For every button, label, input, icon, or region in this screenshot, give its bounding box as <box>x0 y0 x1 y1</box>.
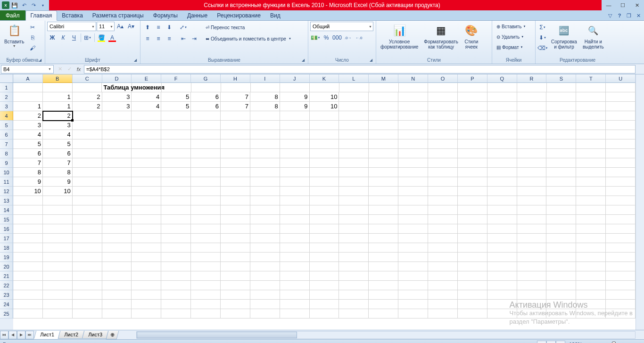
cell-J25[interactable] <box>280 309 310 318</box>
cell-U5[interactable] <box>606 121 636 130</box>
row-header-17[interactable]: 17 <box>0 234 13 243</box>
cell-N23[interactable] <box>398 290 428 300</box>
cell-J8[interactable] <box>280 149 310 158</box>
cell-E2[interactable]: 4 <box>132 92 161 102</box>
cell-U18[interactable] <box>606 243 636 253</box>
cell-I8[interactable] <box>250 149 280 158</box>
cell-K3[interactable]: 10 <box>310 102 339 111</box>
cell-R14[interactable] <box>517 205 547 215</box>
cell-I17[interactable] <box>250 234 280 243</box>
cell-E17[interactable] <box>132 234 161 243</box>
cell-I7[interactable] <box>250 139 280 149</box>
cell-J11[interactable] <box>280 177 310 187</box>
col-header-Q[interactable]: Q <box>487 74 517 83</box>
cell-S2[interactable] <box>546 92 576 102</box>
cell-Q20[interactable] <box>487 262 517 271</box>
cell-Q15[interactable] <box>487 215 517 224</box>
cell-L18[interactable] <box>339 243 369 253</box>
cell-P24[interactable] <box>458 300 487 309</box>
cell-O4[interactable] <box>428 111 458 121</box>
cell-C18[interactable] <box>73 243 102 253</box>
cell-P22[interactable] <box>458 281 487 290</box>
cell-R6[interactable] <box>517 130 547 139</box>
cell-L8[interactable] <box>339 149 369 158</box>
cell-T16[interactable] <box>576 224 606 234</box>
cell-J21[interactable] <box>280 271 310 281</box>
cell-K21[interactable] <box>310 271 339 281</box>
col-header-E[interactable]: E <box>132 74 161 83</box>
cell-L7[interactable] <box>339 139 369 149</box>
underline-button[interactable]: Ч <box>69 33 79 42</box>
cell-E23[interactable] <box>132 290 161 300</box>
tab-формулы[interactable]: Формулы <box>149 10 182 20</box>
cell-Q2[interactable] <box>487 92 517 102</box>
cell-U22[interactable] <box>606 281 636 290</box>
cell-O6[interactable] <box>428 130 458 139</box>
cell-T21[interactable] <box>576 271 606 281</box>
cell-M7[interactable] <box>369 139 398 149</box>
cell-G24[interactable] <box>191 300 221 309</box>
cell-T17[interactable] <box>576 234 606 243</box>
col-header-S[interactable]: S <box>546 74 576 83</box>
cell-G10[interactable] <box>191 168 221 177</box>
cell-L19[interactable] <box>339 253 369 262</box>
cell-E11[interactable] <box>132 177 161 187</box>
cell-M12[interactable] <box>369 187 398 196</box>
cell-B21[interactable] <box>43 271 73 281</box>
align-bottom-icon[interactable]: ⬇ <box>164 23 174 32</box>
cell-G13[interactable] <box>191 196 221 205</box>
cell-F21[interactable] <box>161 271 191 281</box>
font-color-icon[interactable]: A <box>107 33 117 42</box>
cell-S5[interactable] <box>546 121 576 130</box>
cell-T15[interactable] <box>576 215 606 224</box>
cell-Q25[interactable] <box>487 309 517 318</box>
sort-filter-button[interactable]: 🔤Сортировка и фильтр <box>549 22 579 51</box>
cell-B16[interactable] <box>43 224 73 234</box>
cell-O1[interactable] <box>428 83 458 92</box>
cell-O24[interactable] <box>428 300 458 309</box>
cell-O3[interactable] <box>428 102 458 111</box>
cell-H21[interactable] <box>221 271 250 281</box>
cell-Q24[interactable] <box>487 300 517 309</box>
cell-B11[interactable]: 9 <box>43 177 73 187</box>
cell-I4[interactable] <box>250 111 280 121</box>
cell-J19[interactable] <box>280 253 310 262</box>
cell-P3[interactable] <box>458 102 487 111</box>
cell-N10[interactable] <box>398 168 428 177</box>
cell-J14[interactable] <box>280 205 310 215</box>
grow-font-icon[interactable]: A▴ <box>115 22 125 31</box>
cell-N15[interactable] <box>398 215 428 224</box>
cell-D13[interactable] <box>102 196 132 205</box>
cell-G6[interactable] <box>191 130 221 139</box>
cell-Q5[interactable] <box>487 121 517 130</box>
col-header-R[interactable]: R <box>517 74 547 83</box>
cell-I22[interactable] <box>250 281 280 290</box>
cell-F7[interactable] <box>161 139 191 149</box>
cell-H9[interactable] <box>221 158 250 168</box>
cell-I9[interactable] <box>250 158 280 168</box>
cell-J24[interactable] <box>280 300 310 309</box>
cell-N22[interactable] <box>398 281 428 290</box>
cell-N4[interactable] <box>398 111 428 121</box>
cell-A1[interactable] <box>13 83 43 92</box>
cell-H13[interactable] <box>221 196 250 205</box>
cell-K17[interactable] <box>310 234 339 243</box>
cell-G8[interactable] <box>191 149 221 158</box>
cell-P7[interactable] <box>458 139 487 149</box>
cell-M5[interactable] <box>369 121 398 130</box>
cell-M16[interactable] <box>369 224 398 234</box>
minimize-button[interactable]: — <box>602 0 616 10</box>
cell-C13[interactable] <box>73 196 102 205</box>
cell-U1[interactable] <box>606 83 636 92</box>
cell-N6[interactable] <box>398 130 428 139</box>
shrink-font-icon[interactable]: A▾ <box>126 22 136 31</box>
cell-D14[interactable] <box>102 205 132 215</box>
cell-D22[interactable] <box>102 281 132 290</box>
cell-G9[interactable] <box>191 158 221 168</box>
col-header-B[interactable]: B <box>43 74 73 83</box>
row-header-6[interactable]: 6 <box>0 130 13 139</box>
cell-E21[interactable] <box>132 271 161 281</box>
clear-icon[interactable]: ⌫▼ <box>537 43 548 53</box>
cell-H8[interactable] <box>221 149 250 158</box>
cancel-formula-icon[interactable]: ✕ <box>56 65 64 74</box>
